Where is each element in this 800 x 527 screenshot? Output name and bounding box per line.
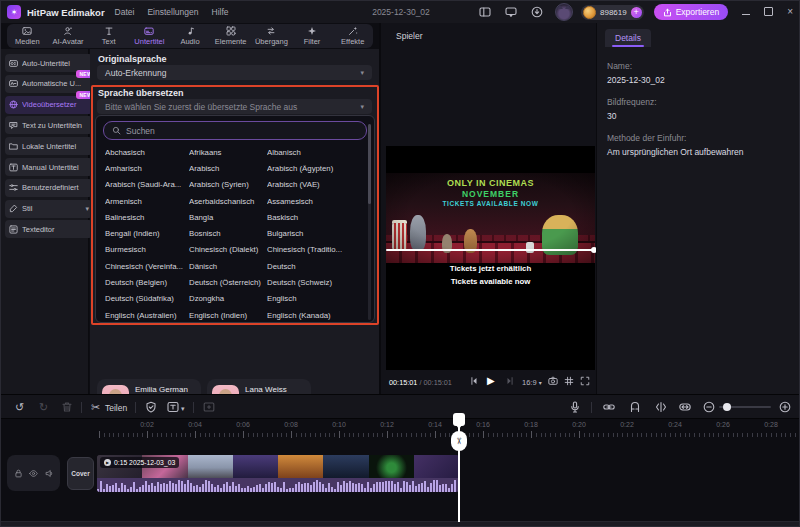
language-scrollbar[interactable] xyxy=(368,124,371,320)
language-option-bengali-indien[interactable]: Bengali (Indien) xyxy=(105,229,189,238)
next-frame-button[interactable] xyxy=(505,376,515,386)
language-option-englisch-indien[interactable]: Englisch (Indien) xyxy=(189,311,267,320)
language-option-aserbaidschanisch[interactable]: Aserbaidschanisch xyxy=(189,197,267,206)
video-clip[interactable]: ▶ 0:15 2025-12-03_03 xyxy=(97,455,459,492)
tab-text[interactable]: Text xyxy=(88,24,129,48)
language-option-deutsch-südafrika[interactable]: Deutsch (Südafrika) xyxy=(105,294,189,303)
maximize-button[interactable] xyxy=(764,7,773,18)
link-clips-button[interactable] xyxy=(603,401,615,413)
sidebar-item-texteditor[interactable]: Texteditor xyxy=(5,220,93,238)
toggle-visibility-icon[interactable] xyxy=(29,469,38,478)
language-option-abchasisch[interactable]: Abchasisch xyxy=(105,148,189,157)
snap-button[interactable] xyxy=(629,401,641,413)
close-button[interactable]: × xyxy=(787,7,793,17)
language-option-armenisch[interactable]: Armenisch xyxy=(105,197,189,206)
safe-area-button[interactable] xyxy=(564,376,574,386)
fullscreen-button[interactable] xyxy=(580,376,590,386)
sidebar-item-stil[interactable]: Stil▾ xyxy=(5,200,93,218)
sidebar-item-manual-untertitel[interactable]: Manual Untertitel xyxy=(5,158,93,176)
aspect-ratio-select[interactable]: 16:9 ▾ xyxy=(522,378,542,387)
language-option-englisch-australien[interactable]: Englisch (Australien) xyxy=(105,311,189,320)
language-option-bosnisch[interactable]: Bosnisch xyxy=(189,229,267,238)
feedback-icon[interactable] xyxy=(505,6,517,18)
split-label[interactable]: Teilen xyxy=(105,403,127,413)
playhead-scissors-icon[interactable]: ✂ xyxy=(451,431,467,451)
language-option-assamesisch[interactable]: Assamesisch xyxy=(267,197,362,206)
tab-ai-avatar[interactable]: AI-Avatar xyxy=(48,24,89,48)
watermark-button[interactable] xyxy=(145,401,157,413)
language-option-chinesisch-dialekt[interactable]: Chinesisch (Dialekt) xyxy=(189,245,267,254)
redo-button[interactable]: ↻ xyxy=(39,401,48,413)
playhead-handle[interactable] xyxy=(453,413,465,426)
language-option-bangla[interactable]: Bangla xyxy=(189,213,267,222)
playback-progress-bar[interactable] xyxy=(386,249,595,251)
language-option-deutsch-schweiz[interactable]: Deutsch (Schweiz) xyxy=(267,278,362,287)
sidebar-item-videoübersetzer[interactable]: VideoübersetzerNEW xyxy=(5,96,93,114)
language-search-input[interactable]: Suchen xyxy=(103,121,367,140)
chevron-down-icon[interactable]: ▾ xyxy=(181,403,185,415)
sidebar-item-text-zu-untertiteln[interactable]: Text zu Untertiteln xyxy=(5,116,93,134)
translate-language-select[interactable]: Bitte wählen Sie zuerst die übersetzte S… xyxy=(97,99,372,114)
language-option-amharisch[interactable]: Amharisch xyxy=(105,164,189,173)
language-option-arabisch-saudi-ara[interactable]: Arabisch (Saudi-Ara... xyxy=(105,180,189,189)
language-option-dänisch[interactable]: Dänisch xyxy=(189,262,267,271)
language-option-englisch[interactable]: Englisch xyxy=(267,294,362,303)
zoom-in-button[interactable] xyxy=(779,401,791,413)
mute-track-icon[interactable] xyxy=(45,469,54,478)
layout-icon[interactable] xyxy=(479,6,491,18)
language-option-chinesisch-vereinfa[interactable]: Chinesisch (Vereinfa... xyxy=(105,262,189,271)
play-button[interactable]: ▶ xyxy=(487,375,495,386)
tab-übergang[interactable]: Übergang xyxy=(251,24,292,48)
sidebar-item-lokale-untertitel[interactable]: Lokale Untertitel xyxy=(5,137,93,155)
video-preview[interactable]: ONLY IN CINEMAS NOVEMBER TICKETS AVAILAB… xyxy=(386,146,595,370)
language-option-arabisch[interactable]: Arabisch xyxy=(189,164,267,173)
language-option-bulgarisch[interactable]: Bulgarisch xyxy=(267,229,362,238)
tab-medien[interactable]: Medien xyxy=(7,24,48,48)
language-option-arabisch-ägypten[interactable]: Arabisch (Ägypten) xyxy=(267,164,362,173)
tab-effekte[interactable]: Effekte xyxy=(332,24,373,48)
zoom-out-button[interactable] xyxy=(703,401,715,413)
zoom-slider-knob[interactable] xyxy=(723,403,731,411)
language-option-albanisch[interactable]: Albanisch xyxy=(267,148,362,157)
language-option-balinesisch[interactable]: Balinesisch xyxy=(105,213,189,222)
delete-button[interactable] xyxy=(61,401,73,413)
language-option-chinesisch-traditio[interactable]: Chinesisch (Traditio... xyxy=(267,245,362,254)
microphone-button[interactable] xyxy=(569,401,581,413)
credits-pill[interactable]: 898619 + xyxy=(581,5,644,20)
tab-untertitel[interactable]: Untertitel xyxy=(129,24,170,48)
tab-elemente[interactable]: Elemente xyxy=(210,24,251,48)
language-option-deutsch-belgien[interactable]: Deutsch (Belgien) xyxy=(105,278,189,287)
text-tool-button[interactable] xyxy=(167,401,179,413)
original-language-select[interactable]: Auto-Erkennung ▾ xyxy=(97,65,372,80)
language-option-baskisch[interactable]: Baskisch xyxy=(267,213,362,222)
menu-hilfe[interactable]: Hilfe xyxy=(212,7,229,17)
sidebar-item-benutzerdefiniert[interactable]: Benutzerdefiniert xyxy=(5,179,93,197)
scissors-icon[interactable]: ✂ xyxy=(91,401,100,413)
language-option-dzongkha[interactable]: Dzongkha xyxy=(189,294,267,303)
snapshot-button[interactable] xyxy=(548,376,558,386)
language-option-deutsch[interactable]: Deutsch xyxy=(267,262,362,271)
language-option-englisch-kanada[interactable]: Englisch (Kanada) xyxy=(267,311,362,320)
undo-button[interactable]: ↺ xyxy=(15,401,24,413)
language-option-afrikaans[interactable]: Afrikaans xyxy=(189,148,267,157)
timeline-zoom-slider[interactable] xyxy=(719,406,771,408)
minimize-button[interactable] xyxy=(742,7,750,17)
add-freeze-frame-button[interactable] xyxy=(203,401,215,413)
language-option-deutsch-österreich[interactable]: Deutsch (Österreich) xyxy=(189,278,267,287)
tab-audio[interactable]: Audio xyxy=(170,24,211,48)
cover-button[interactable]: Cover xyxy=(67,457,94,490)
previous-frame-button[interactable] xyxy=(469,376,479,386)
tab-filter[interactable]: Filter xyxy=(292,24,333,48)
language-option-burmesisch[interactable]: Burmesisch xyxy=(105,245,189,254)
menu-datei[interactable]: Datei xyxy=(115,7,135,17)
fit-timeline-button[interactable] xyxy=(679,401,691,413)
download-icon[interactable] xyxy=(531,6,543,18)
menu-einstellungen[interactable]: Einstellungen xyxy=(147,7,198,17)
language-option-arabisch-syrien[interactable]: Arabisch (Syrien) xyxy=(189,180,267,189)
lock-track-icon[interactable] xyxy=(14,469,23,478)
user-avatar[interactable] xyxy=(555,3,573,21)
add-credits-icon[interactable]: + xyxy=(631,7,642,18)
export-button[interactable]: Exportieren xyxy=(654,4,728,20)
ripple-edit-button[interactable] xyxy=(655,401,667,413)
timeline[interactable]: 0:020:040:060:080:100:120:140:160:180:20… xyxy=(1,420,800,521)
